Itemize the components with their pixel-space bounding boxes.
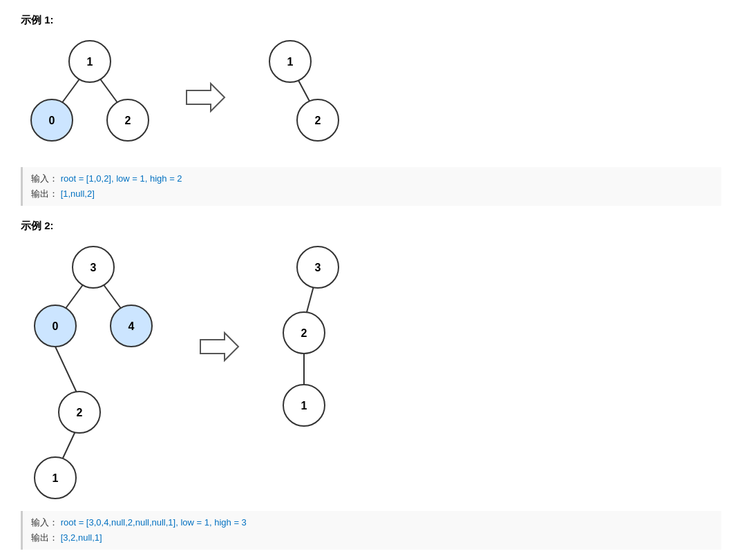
example1-input-line: 输入： root = [1,0,2], low = 1, high = 2 [31,171,713,186]
svg-marker-28 [200,333,238,360]
svg-text:3: 3 [315,262,321,273]
svg-text:1: 1 [287,56,294,68]
example1-output-line: 输出： [1,null,2] [31,186,713,202]
svg-text:2: 2 [301,327,307,339]
svg-marker-8 [187,84,225,111]
svg-text:3: 3 [91,262,97,273]
example1-output-label: 输出： [31,189,58,199]
example2-output-val: [3,2,null,1] [61,532,102,543]
example2-output-label: 输出： [31,532,58,543]
example2-input-label: 输入： [31,517,58,528]
example2-title: 示例 2: [21,220,721,233]
example1-input-label: 输入： [31,173,58,184]
example1-block: 示例 1: 1 0 2 [21,14,721,206]
example2-input-val: root = [3,0,4,null,2,null,null,1], low =… [61,517,247,528]
svg-text:2: 2 [77,407,83,418]
example1-title: 示例 1: [21,14,721,27]
example2-before-tree: 3 0 4 2 1 [21,240,173,504]
example2-after-tree: 3 2 1 [263,240,373,435]
svg-text:0: 0 [53,320,59,332]
svg-line-16 [55,347,79,398]
example1-before-tree: 1 0 2 [21,34,159,160]
example2-diagram: 3 0 4 2 1 [21,240,721,504]
example1-arrow [180,80,228,115]
example2-info: 输入： root = [3,0,4,null,2,null,null,1], l… [21,511,721,550]
example1-info: 输入： root = [1,0,2], low = 1, high = 2 输出… [21,167,721,206]
svg-text:1: 1 [53,472,59,484]
example2-input-line: 输入： root = [3,0,4,null,2,null,null,1], l… [31,515,713,530]
example2-arrow [193,329,242,366]
example1-output-val: [1,null,2] [61,189,95,199]
example1-input-val: root = [1,0,2], low = 1, high = 2 [61,173,182,184]
svg-text:0: 0 [49,115,55,126]
example1-diagram: 1 0 2 1 [21,34,721,160]
example2-output-line: 输出： [3,2,null,1] [31,530,713,545]
example2-block: 示例 2: 3 0 4 [21,220,721,550]
svg-text:2: 2 [315,115,321,126]
example1-after-tree: 1 2 [249,34,352,160]
svg-text:1: 1 [87,56,93,68]
svg-text:1: 1 [301,400,307,412]
svg-text:4: 4 [129,320,135,332]
svg-text:2: 2 [125,115,131,126]
